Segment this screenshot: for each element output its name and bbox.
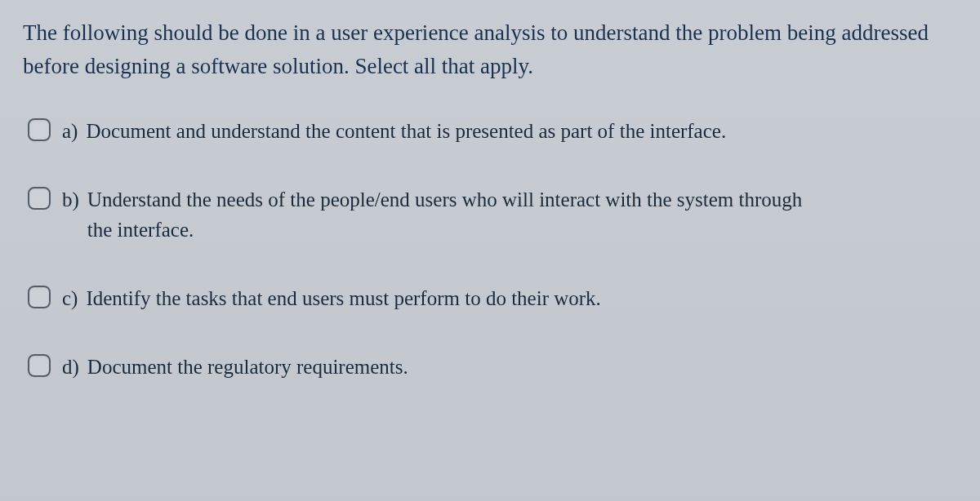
- option-d-content: d) Document the regulatory requirements.: [62, 352, 957, 382]
- checkbox-d[interactable]: [28, 354, 51, 377]
- option-a-text: Document and understand the content that…: [86, 117, 726, 146]
- option-a: a) Document and understand the content t…: [28, 117, 957, 146]
- option-b: b) Understand the needs of the people/en…: [28, 185, 957, 245]
- option-b-text: Understand the needs of the people/end u…: [87, 185, 822, 245]
- question-prompt: The following should be done in a user e…: [23, 16, 957, 82]
- option-c-letter: c): [62, 284, 78, 313]
- option-b-letter: b): [62, 185, 79, 215]
- checkbox-a[interactable]: [28, 118, 51, 141]
- checkbox-b[interactable]: [28, 187, 51, 210]
- option-c-text: Identify the tasks that end users must p…: [86, 284, 600, 313]
- option-c: c) Identify the tasks that end users mus…: [28, 284, 957, 313]
- option-a-letter: a): [62, 117, 78, 146]
- option-b-content: b) Understand the needs of the people/en…: [62, 185, 957, 245]
- options-list: a) Document and understand the content t…: [23, 117, 957, 382]
- option-c-content: c) Identify the tasks that end users mus…: [62, 284, 957, 313]
- option-a-content: a) Document and understand the content t…: [62, 117, 957, 146]
- option-d-text: Document the regulatory requirements.: [87, 352, 408, 382]
- option-d: d) Document the regulatory requirements.: [28, 352, 957, 382]
- option-d-letter: d): [62, 352, 79, 382]
- checkbox-c[interactable]: [28, 286, 51, 308]
